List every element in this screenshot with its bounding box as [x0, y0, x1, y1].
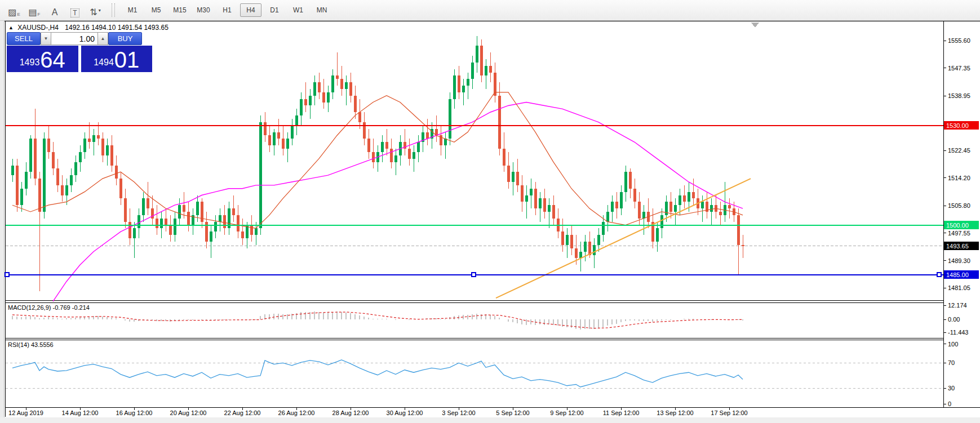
rsi-indicator-label: RSI(14) 43.5556: [8, 341, 54, 348]
hline-handle[interactable]: [937, 273, 941, 277]
rsi-tick-label: 0: [948, 400, 951, 407]
price-tick-label: 1481.05: [948, 284, 970, 291]
price-badge: 1493.65: [946, 243, 969, 250]
volume-increase-button[interactable]: ▲: [97, 32, 108, 45]
date-tick-label: 26 Aug 12:00: [278, 409, 315, 416]
rsi-tick-label: 70: [948, 359, 955, 366]
tab-timeframe-m1[interactable]: M1: [122, 3, 143, 17]
candles-layer: [11, 36, 744, 292]
price-tick-label: 1555.60: [948, 37, 970, 44]
macd-values: -0.769 -0.214: [52, 304, 89, 311]
price-tick-label: 1505.80: [948, 202, 970, 209]
shift-marker-icon[interactable]: [751, 23, 759, 28]
date-tick-label: 9 Sep 12:00: [550, 409, 583, 416]
macd-tick-label: 0.00: [948, 316, 960, 323]
bottom-window-edge: [0, 417, 980, 423]
tab-timeframe-mn[interactable]: MN: [311, 3, 332, 17]
tab-timeframe-h1[interactable]: H1: [216, 3, 238, 17]
date-tick-label: 12 Aug 2019: [8, 409, 43, 416]
date-tick-label: 14 Aug 12:00: [62, 409, 99, 416]
tab-timeframe-m15[interactable]: M15: [169, 3, 190, 17]
text-box-icon[interactable]: T: [68, 3, 82, 17]
grid-glyph: ▤: [28, 7, 37, 17]
chevron-down-icon: ▾: [99, 8, 101, 13]
rsi-tick-label: 30: [948, 385, 955, 391]
price-axis: 1555.601547.351538.951530.701522.451514.…: [943, 37, 979, 291]
text-label-icon[interactable]: A: [47, 3, 62, 17]
indicators-icon[interactable]: ▨E: [7, 3, 21, 17]
tab-timeframe-m5[interactable]: M5: [145, 3, 167, 17]
ohlc-values: 1492.16 1494.10 1491.54 1493.65: [65, 24, 168, 32]
grid-icon[interactable]: ▤F: [27, 3, 42, 17]
date-tick-label: 5 Sep 12:00: [496, 409, 529, 416]
macd-indicator-label: MACD(12,26,9) -0.769 -0.214: [8, 304, 90, 311]
date-tick-label: 13 Sep 12:00: [657, 409, 693, 416]
date-tick-label: 3 Sep 12:00: [442, 409, 475, 416]
date-tick-label: 30 Aug 12:00: [387, 409, 423, 416]
indicators-glyph: ▨: [8, 7, 16, 17]
volume-input[interactable]: [51, 32, 97, 45]
chart-title: ▲ XAUUSD-,H4 1492.16 1494.10 1491.54 149…: [8, 24, 168, 32]
date-tick-label: 11 Sep 12:00: [603, 409, 640, 416]
left-window-edge: [0, 21, 5, 423]
date-tick-label: 16 Aug 12:00: [116, 409, 153, 416]
macd-tick-label: -11.443: [948, 329, 969, 336]
macd-tick-label: 12.174: [948, 302, 967, 309]
toolbar-grip: [112, 3, 115, 17]
rsi-pane: 10070300: [6, 341, 958, 407]
macd-signal-line: [12, 312, 743, 328]
rsi-line: [12, 360, 743, 387]
tab-timeframe-d1[interactable]: D1: [264, 3, 285, 17]
sell-button[interactable]: SELL: [7, 32, 41, 45]
symbol-period-label: XAUUSD-,H4: [17, 24, 59, 32]
price-tick-label: 1514.20: [948, 175, 970, 181]
price-badge: 1485.00: [946, 271, 969, 278]
arrows-icon[interactable]: ⇅▾: [88, 3, 103, 17]
date-tick-label: 28 Aug 12:00: [332, 409, 369, 416]
buy-button[interactable]: BUY: [108, 32, 142, 45]
hline-handle[interactable]: [5, 273, 9, 277]
one-click-trading-panel: SELL ▼ ▲ BUY 1493 64 1494 01: [7, 32, 152, 72]
ask-price-display[interactable]: 1494 01: [81, 46, 153, 72]
price-tick-label: 1547.35: [948, 65, 970, 72]
price-badge: 1530.00: [946, 122, 969, 129]
price-tick-label: 1497.55: [948, 230, 970, 237]
toolbar: ▨E ▤F A T ⇅▾ M1 M5 M15 M30 H1 H4 D1 W1 M…: [0, 0, 980, 21]
hline-handle[interactable]: [472, 273, 476, 277]
rsi-tick-label: 100: [948, 341, 958, 348]
date-axis: 12 Aug 201914 Aug 12:0016 Aug 12:0020 Au…: [8, 407, 748, 416]
tab-timeframe-h4[interactable]: H4: [240, 3, 261, 17]
pane-borders: [5, 21, 980, 417]
bid-price-display[interactable]: 1493 64: [7, 46, 78, 72]
price-tick-label: 1522.45: [948, 147, 970, 154]
price-tick-label: 1538.95: [948, 92, 970, 99]
price-badge: 1500.00: [946, 222, 969, 229]
tab-timeframe-m30[interactable]: M30: [193, 3, 214, 17]
macd-pane: 12.1740.00-11.443: [12, 302, 969, 336]
mt4-window: { "toolbar": { "icons": [ {"name": "indi…: [0, 0, 980, 423]
rsi-value: 43.5556: [31, 341, 54, 348]
collapse-arrow-icon[interactable]: ▲: [8, 25, 14, 30]
date-tick-label: 17 Sep 12:00: [711, 409, 747, 416]
volume-decrease-button[interactable]: ▼: [41, 32, 51, 45]
date-tick-label: 20 Aug 12:00: [170, 409, 207, 416]
tab-timeframe-w1[interactable]: W1: [287, 3, 309, 17]
date-tick-label: 22 Aug 12:00: [224, 409, 261, 416]
price-tick-label: 1489.30: [948, 257, 970, 264]
